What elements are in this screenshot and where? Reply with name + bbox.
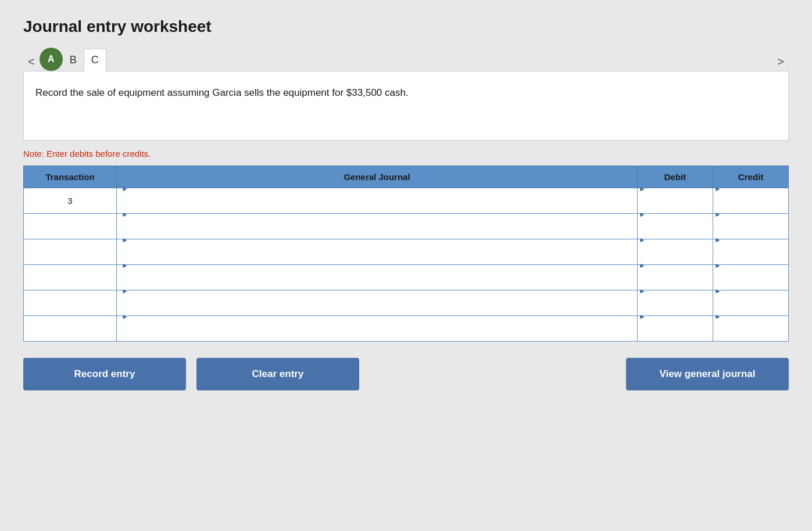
general-journal-input-2[interactable]: [120, 219, 637, 244]
clear-entry-button[interactable]: Clear entry: [196, 358, 359, 390]
header-transaction: Transaction: [24, 166, 117, 188]
header-general-journal: General Journal: [117, 166, 638, 188]
header-debit: Debit: [638, 166, 713, 188]
tab-b[interactable]: B: [63, 49, 84, 71]
journal-table: Transaction General Journal Debit Credit…: [23, 166, 789, 342]
left-arrow[interactable]: <: [23, 53, 40, 71]
debit-input-5[interactable]: [638, 296, 713, 321]
general-journal-cell-1[interactable]: ►: [117, 188, 638, 214]
arrow-indicator: ►: [639, 210, 646, 218]
debit-input-1[interactable]: [638, 193, 713, 218]
header-credit: Credit: [713, 166, 789, 188]
table-row: 3 ► ► ►: [24, 188, 789, 214]
content-box: Record the sale of equipment assuming Ga…: [23, 71, 789, 141]
record-entry-button[interactable]: Record entry: [23, 358, 186, 390]
arrow-indicator: ►: [714, 236, 721, 244]
arrow-indicator: ►: [121, 185, 128, 193]
arrow-indicator: ►: [714, 210, 721, 218]
arrow-indicator: ►: [714, 261, 721, 270]
general-journal-input-4[interactable]: [120, 270, 637, 295]
credit-input-5[interactable]: [713, 296, 788, 321]
tab-navigation: < A B C >: [23, 48, 789, 71]
buttons-row: Record entry Clear entry View general jo…: [23, 358, 789, 390]
general-journal-input-6[interactable]: [120, 321, 637, 346]
credit-input-1[interactable]: [713, 193, 788, 218]
credit-input-4[interactable]: [713, 270, 788, 295]
arrow-indicator: ►: [121, 287, 128, 295]
transaction-cell-2: [24, 214, 117, 239]
arrow-indicator: ►: [121, 210, 128, 218]
note-text: Note: Enter debits before credits.: [23, 149, 789, 159]
debit-input-2[interactable]: [638, 219, 713, 244]
general-journal-input-1[interactable]: [120, 193, 637, 218]
debit-input-4[interactable]: [638, 270, 713, 295]
arrow-indicator: ►: [639, 236, 646, 244]
page-title: Journal entry worksheet: [23, 17, 789, 36]
general-journal-input-5[interactable]: [120, 296, 637, 321]
debit-cell-1[interactable]: ►: [638, 188, 713, 214]
arrow-indicator: ►: [639, 261, 646, 270]
tab-a-circle[interactable]: A: [40, 48, 63, 71]
content-text: Record the sale of equipment assuming Ga…: [35, 85, 777, 101]
arrow-indicator: ►: [639, 313, 646, 321]
transaction-cell-5: [24, 290, 117, 316]
arrow-indicator: ►: [714, 313, 721, 321]
debit-input-3[interactable]: [638, 245, 713, 270]
right-arrow[interactable]: >: [772, 53, 789, 71]
arrow-indicator: ►: [714, 287, 721, 295]
general-journal-input-3[interactable]: [120, 245, 637, 270]
credit-cell-1[interactable]: ►: [713, 188, 789, 214]
arrow-indicator: ►: [121, 261, 128, 270]
arrow-indicator: ►: [714, 185, 721, 193]
transaction-cell-1: 3: [24, 188, 117, 214]
debit-input-6[interactable]: [638, 321, 713, 346]
tab-c[interactable]: C: [84, 49, 106, 71]
transaction-cell-3: [24, 239, 117, 265]
arrow-indicator: ►: [639, 185, 646, 193]
credit-input-6[interactable]: [713, 321, 788, 346]
view-general-journal-button[interactable]: View general journal: [626, 358, 789, 390]
credit-input-3[interactable]: [713, 245, 788, 270]
credit-input-2[interactable]: [713, 219, 788, 244]
arrow-indicator: ►: [639, 287, 646, 295]
transaction-cell-6: [24, 316, 117, 342]
main-container: Journal entry worksheet < A B C > Record…: [23, 17, 789, 390]
transaction-cell-4: [24, 265, 117, 290]
arrow-indicator: ►: [121, 313, 128, 321]
arrow-indicator: ►: [121, 236, 128, 244]
